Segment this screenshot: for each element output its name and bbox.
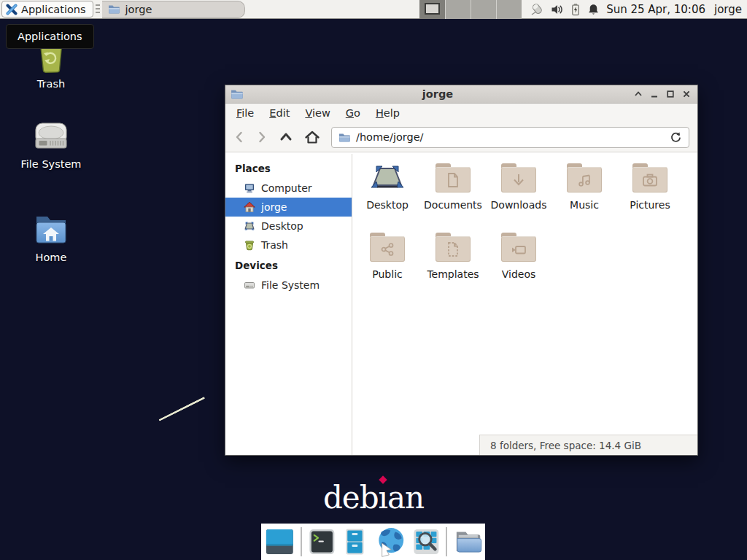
desktop-icon-home[interactable]: Home (9, 211, 93, 263)
folder-icon-music (567, 163, 602, 192)
side-pane: Places Computer jorge (225, 154, 352, 455)
computer-icon (244, 182, 255, 194)
folder-icon (108, 4, 120, 14)
sidebar-item-label: Desktop (261, 220, 303, 232)
close-button[interactable] (681, 88, 692, 100)
sidebar-item-jorge[interactable]: jorge (225, 198, 352, 217)
maximize-button[interactable] (665, 88, 676, 100)
path-text: /home/jorge/ (356, 131, 424, 143)
sidebar-item-label: jorge (261, 201, 287, 213)
location-bar[interactable]: /home/jorge/ (331, 127, 689, 148)
sidebar-item-computer[interactable]: Computer (225, 179, 352, 198)
folder-label: Public (372, 268, 402, 280)
application-finder-icon[interactable] (412, 527, 441, 556)
file-manager-icon[interactable] (453, 527, 485, 556)
workspace-4[interactable] (496, 0, 522, 19)
shade-button[interactable] (632, 88, 644, 100)
bottom-dock (261, 524, 485, 560)
menu-go[interactable]: Go (346, 107, 360, 119)
folder-item-public[interactable]: Public (355, 229, 420, 298)
menubar: File Edit View Go Help (225, 104, 697, 122)
menu-edit[interactable]: Edit (269, 107, 290, 119)
panel-user-button[interactable]: jorge (714, 3, 742, 16)
dock-separator (446, 527, 447, 556)
folder-item-templates[interactable]: Templates (420, 229, 486, 298)
menu-help[interactable]: Help (376, 107, 400, 119)
window-titlebar[interactable]: jorge (225, 85, 697, 104)
panel-drag-handle[interactable] (96, 4, 100, 15)
icon-grid: Desktop Documents Downloads (355, 160, 683, 298)
panel-clock[interactable]: Sun 25 Apr, 10:06 (606, 3, 705, 16)
battery-icon[interactable] (570, 3, 581, 16)
home-folder-icon (31, 211, 71, 248)
folder-icon-templates (436, 233, 471, 262)
show-desktop-icon[interactable] (265, 527, 295, 556)
volume-icon[interactable] (551, 3, 564, 16)
folder-item-documents[interactable]: Documents (420, 160, 486, 229)
workspace-1[interactable] (419, 0, 445, 19)
applications-tooltip: Applications (6, 24, 94, 49)
folder-label: Downloads (491, 199, 547, 211)
sidebar-item-trash[interactable]: Trash (225, 236, 352, 254)
toolbar: /home/jorge/ (225, 122, 697, 152)
folder-icon-downloads (501, 163, 536, 192)
terminal-icon[interactable] (308, 527, 336, 556)
menu-file[interactable]: File (236, 107, 254, 119)
folder-item-desktop[interactable]: Desktop (355, 160, 420, 229)
folder-label: Desktop (366, 199, 409, 211)
folder-item-downloads[interactable]: Downloads (486, 160, 551, 229)
path-folder-icon (338, 133, 350, 142)
home-icon (244, 201, 255, 213)
drive-icon (32, 120, 70, 155)
folder-label: Pictures (630, 199, 670, 211)
xfce-logo-icon (6, 4, 18, 15)
desktop-special-icon (370, 163, 405, 192)
folder-item-music[interactable]: Music (551, 160, 617, 229)
trash-icon (244, 239, 255, 251)
home-button[interactable] (304, 130, 320, 144)
workspace-switcher (419, 0, 522, 19)
desktop-icon-file-system[interactable]: File System (9, 120, 93, 170)
workspace-2[interactable] (445, 0, 471, 19)
window-folder-icon (231, 89, 243, 99)
workspace-3[interactable] (471, 0, 496, 19)
sidebar-item-desktop[interactable]: Desktop (225, 217, 352, 236)
sidebar-item-label: File System (261, 279, 320, 291)
debian-logo-text: debıan (323, 480, 424, 516)
folder-label: Documents (424, 199, 482, 211)
taskbar-item-jorge[interactable]: jorge (102, 1, 245, 18)
web-browser-icon[interactable] (374, 526, 406, 558)
minimize-button[interactable] (649, 88, 660, 100)
applications-label: Applications (21, 4, 86, 15)
desktop-icon-label: Trash (37, 78, 65, 90)
reload-button[interactable] (670, 131, 682, 144)
applications-button[interactable]: Applications (1, 1, 93, 18)
desktop-icon-label: Home (36, 252, 67, 263)
dock-separator (301, 527, 302, 556)
debian-logo: debıan (0, 480, 747, 516)
sidebar-item-label: Trash (261, 239, 288, 251)
sidebar-item-file-system[interactable]: File System (225, 276, 352, 295)
folder-label: Music (570, 199, 599, 211)
window-body: Places Computer jorge (225, 154, 697, 455)
statusbar: 8 folders, Free space: 14.4 GiB (479, 435, 697, 455)
workspace-window-thumb (425, 3, 440, 15)
taskbar-item-label: jorge (125, 4, 152, 15)
system-tray (529, 2, 600, 17)
folder-item-videos[interactable]: Videos (486, 229, 551, 298)
forward-button[interactable] (256, 131, 268, 144)
notifications-bell-icon[interactable] (587, 3, 600, 16)
menu-view[interactable]: View (305, 107, 330, 119)
sidebar-item-label: Computer (261, 182, 312, 194)
back-button[interactable] (233, 131, 245, 144)
input-device-icon[interactable] (529, 2, 545, 17)
up-button[interactable] (279, 131, 293, 144)
drive-icon (244, 279, 255, 291)
file-manager-window: jorge File Edit View Go Help (225, 85, 698, 456)
folder-icon-documents (436, 163, 471, 192)
folder-item-pictures[interactable]: Pictures (617, 160, 683, 229)
folder-icon-pictures (632, 163, 667, 192)
wallpaper-line (158, 397, 205, 421)
folder-view[interactable]: Desktop Documents Downloads (352, 154, 697, 455)
file-cabinet-icon[interactable] (341, 527, 368, 556)
